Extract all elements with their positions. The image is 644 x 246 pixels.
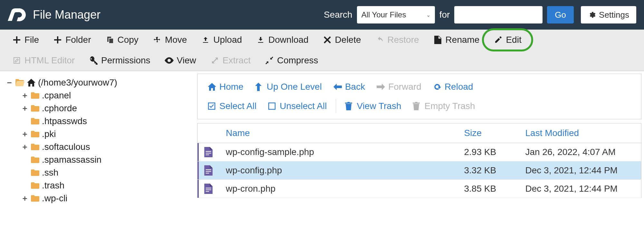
table-row[interactable]: wp-config-sample.php2.93 KBJan 26, 2022,… bbox=[197, 143, 641, 161]
search-scope-select[interactable]: All Your Files ⌄ bbox=[357, 6, 435, 23]
tree-item-label: .ssh bbox=[42, 168, 58, 178]
tree-item-label: .pki bbox=[42, 129, 56, 139]
search-input[interactable] bbox=[454, 6, 543, 23]
tree-item[interactable]: +.cphorde bbox=[21, 102, 195, 115]
close-icon bbox=[323, 35, 332, 44]
compress-icon bbox=[265, 56, 274, 65]
tree-root-label: (/home3/yourwow7) bbox=[38, 77, 117, 88]
nav-row-2: Select All Unselect All View Trash Empty… bbox=[201, 96, 638, 116]
edit-button[interactable]: Edit bbox=[487, 32, 528, 48]
tree-item-label: .trash bbox=[42, 180, 64, 191]
tree-item-label: .cphorde bbox=[42, 103, 77, 114]
eye-icon bbox=[165, 56, 174, 65]
tree-item[interactable]: +.softaculous bbox=[21, 141, 195, 153]
tree-root-item[interactable]: − (/home3/yourwow7) bbox=[6, 76, 195, 89]
folder-button[interactable]: Folder bbox=[47, 32, 97, 48]
plus-icon bbox=[53, 35, 62, 44]
pencil-icon bbox=[494, 35, 503, 44]
tree-item-label: .softaculous bbox=[42, 142, 90, 152]
expand-icon[interactable]: + bbox=[21, 91, 28, 101]
search-label: Search bbox=[324, 10, 352, 20]
col-modified[interactable]: Last Modified bbox=[519, 123, 641, 143]
collapse-icon[interactable]: − bbox=[6, 78, 13, 88]
search-area: Search All Your Files ⌄ for Go Settings bbox=[324, 6, 636, 23]
file-table: Name Size Last Modified wp-config-sample… bbox=[197, 123, 641, 198]
col-size[interactable]: Size bbox=[458, 123, 519, 143]
file-icon bbox=[433, 35, 442, 44]
select-all-button[interactable]: Select All bbox=[203, 99, 261, 113]
folder-tree: − (/home3/yourwow7) +.cpanel+.cphorde.ht… bbox=[0, 71, 195, 205]
file-button[interactable]: File bbox=[6, 32, 45, 48]
undo-icon bbox=[375, 35, 384, 44]
app-title: File Manager bbox=[33, 8, 101, 22]
toolbar: File Folder Copy Move Upload Download De… bbox=[0, 30, 644, 71]
tree-item[interactable]: +.wp-cli bbox=[21, 192, 195, 205]
download-button[interactable]: Download bbox=[250, 32, 315, 48]
compress-button[interactable]: Compress bbox=[258, 52, 325, 69]
tree-item[interactable]: .spamassassin bbox=[21, 153, 195, 166]
back-button[interactable]: Back bbox=[329, 80, 370, 94]
edit-box-icon bbox=[12, 56, 21, 65]
folder-icon bbox=[31, 131, 39, 137]
folder-icon bbox=[31, 118, 39, 124]
nav-row-1: Home Up One Level Back Forward Reload bbox=[201, 77, 638, 96]
col-icon[interactable] bbox=[197, 123, 220, 143]
home-icon bbox=[27, 79, 35, 87]
expand-icon[interactable]: + bbox=[21, 194, 28, 204]
col-name[interactable]: Name bbox=[219, 123, 458, 143]
file-icon-cell bbox=[197, 180, 220, 198]
reload-button[interactable]: Reload bbox=[428, 80, 478, 94]
table-row[interactable]: wp-config.php3.32 KBDec 3, 2021, 12:44 P… bbox=[197, 161, 641, 180]
expand-icon[interactable]: + bbox=[21, 129, 28, 139]
search-scope-value: All Your Files bbox=[361, 10, 406, 19]
view-trash-button[interactable]: View Trash bbox=[341, 99, 406, 113]
arrow-up-icon bbox=[255, 83, 264, 91]
rename-button[interactable]: Rename bbox=[427, 32, 486, 48]
file-modified: Dec 3, 2021, 12:44 PM bbox=[519, 180, 641, 198]
chevron-down-icon: ⌄ bbox=[426, 12, 430, 18]
move-button[interactable]: Move bbox=[146, 32, 193, 48]
tree-item[interactable]: .htpasswds bbox=[21, 115, 195, 128]
settings-label: Settings bbox=[599, 10, 629, 20]
forward-button: Forward bbox=[372, 80, 426, 94]
restore-button: Restore bbox=[369, 32, 426, 48]
folder-icon bbox=[31, 157, 39, 163]
arrow-right-icon bbox=[377, 83, 385, 91]
permissions-button[interactable]: Permissions bbox=[82, 52, 157, 69]
tree-item[interactable]: +.pki bbox=[21, 128, 195, 141]
tree-item[interactable]: .ssh bbox=[21, 166, 195, 179]
expand-icon bbox=[210, 56, 219, 65]
expand-icon[interactable]: + bbox=[21, 142, 28, 152]
logo-area: File Manager bbox=[8, 7, 101, 23]
file-icon-cell bbox=[197, 161, 220, 180]
key-icon bbox=[89, 56, 98, 65]
tree-item-label: .spamassassin bbox=[42, 155, 101, 165]
upload-button[interactable]: Upload bbox=[195, 32, 248, 48]
file-size: 3.32 KB bbox=[458, 161, 519, 180]
tree-item[interactable]: .trash bbox=[21, 179, 195, 192]
download-icon bbox=[256, 35, 265, 44]
file-icon-cell bbox=[197, 143, 220, 161]
up-one-level-button[interactable]: Up One Level bbox=[251, 80, 326, 94]
unselect-all-button[interactable]: Unselect All bbox=[264, 99, 331, 113]
extract-button: Extract bbox=[204, 52, 257, 69]
separator bbox=[336, 99, 336, 113]
folder-icon bbox=[31, 105, 39, 112]
file-modified: Dec 3, 2021, 12:44 PM bbox=[519, 161, 641, 180]
checkbox-empty-icon bbox=[268, 102, 276, 110]
arrow-left-icon bbox=[333, 83, 342, 91]
expand-icon[interactable]: + bbox=[21, 104, 28, 114]
go-button[interactable]: Go bbox=[547, 6, 574, 23]
file-name: wp-cron.php bbox=[219, 180, 458, 198]
file-modified: Jan 26, 2022, 4:07 AM bbox=[519, 143, 641, 161]
tree-item-label: .wp-cli bbox=[42, 193, 67, 204]
app-header: File Manager Search All Your Files ⌄ for… bbox=[0, 0, 644, 30]
table-row[interactable]: wp-cron.php3.85 KBDec 3, 2021, 12:44 PM bbox=[197, 180, 641, 198]
home-button[interactable]: Home bbox=[203, 80, 248, 94]
tree-item[interactable]: +.cpanel bbox=[21, 89, 195, 102]
settings-button[interactable]: Settings bbox=[581, 6, 636, 23]
delete-button[interactable]: Delete bbox=[316, 32, 368, 48]
view-button[interactable]: View bbox=[158, 52, 203, 69]
copy-button[interactable]: Copy bbox=[99, 32, 145, 48]
file-size: 2.93 KB bbox=[458, 143, 519, 161]
